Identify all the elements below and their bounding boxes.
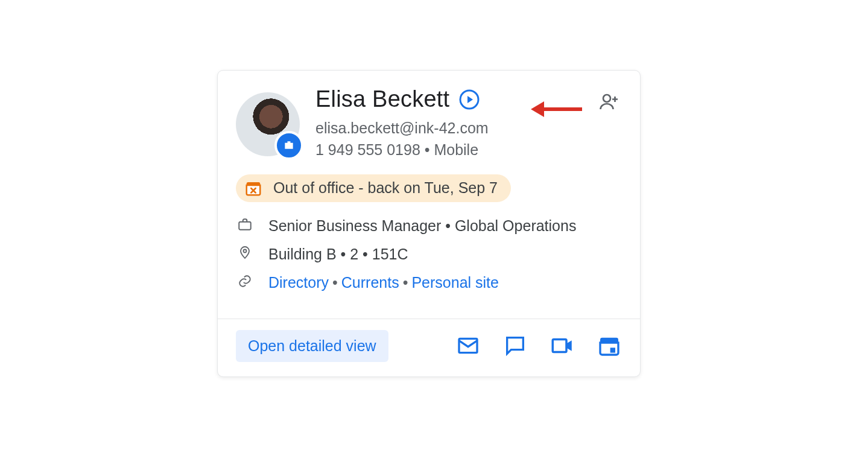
person-phone[interactable]: 1 949 555 0198 • Mobile bbox=[315, 139, 622, 160]
chat-icon bbox=[503, 334, 527, 358]
pronounce-name-button[interactable] bbox=[458, 88, 481, 111]
calendar-icon bbox=[597, 334, 621, 358]
send-email-button[interactable] bbox=[455, 333, 481, 358]
job-text: Senior Business Manager • Global Operati… bbox=[268, 215, 622, 237]
link-directory[interactable]: Directory bbox=[268, 274, 329, 291]
svg-rect-4 bbox=[239, 221, 251, 229]
svg-rect-8 bbox=[610, 348, 615, 352]
video-icon bbox=[550, 332, 575, 359]
add-contact-button[interactable] bbox=[595, 89, 622, 115]
footer-actions bbox=[455, 333, 622, 358]
contact-card: Elisa Beckett elisa.beckett@ink-42.com 1… bbox=[217, 70, 641, 377]
link-icon bbox=[236, 272, 254, 289]
play-circle-icon bbox=[458, 89, 480, 110]
link-currents[interactable]: Currents bbox=[341, 274, 399, 291]
location-row: Building B • 2 • 151C bbox=[236, 244, 622, 265]
location-text: Building B • 2 • 151C bbox=[268, 244, 622, 265]
person-email[interactable]: elisa.beckett@ink-42.com bbox=[315, 117, 622, 139]
job-row: Senior Business Manager • Global Operati… bbox=[236, 215, 622, 237]
person-name: Elisa Beckett bbox=[315, 86, 449, 112]
calendar-x-icon bbox=[244, 179, 262, 197]
start-video-button[interactable] bbox=[550, 333, 575, 358]
mail-icon bbox=[456, 334, 480, 358]
svg-rect-7 bbox=[553, 340, 566, 352]
open-detailed-view-button[interactable]: Open detailed view bbox=[236, 330, 388, 362]
send-chat-button[interactable] bbox=[502, 333, 528, 358]
status-pill: Out of office - back on Tue, Sep 7 bbox=[236, 174, 511, 202]
schedule-event-button[interactable] bbox=[597, 333, 622, 358]
location-pin-icon bbox=[236, 244, 254, 259]
briefcase-icon bbox=[283, 139, 295, 151]
link-personal[interactable]: Personal site bbox=[411, 274, 499, 291]
avatar bbox=[236, 92, 300, 156]
status-text: Out of office - back on Tue, Sep 7 bbox=[273, 179, 498, 197]
avatar-badge bbox=[274, 131, 303, 160]
add-person-icon bbox=[598, 91, 619, 113]
briefcase-outline-icon bbox=[236, 215, 254, 232]
links-row: Directory•Currents•Personal site bbox=[236, 272, 622, 293]
svg-point-0 bbox=[603, 95, 610, 102]
svg-point-5 bbox=[244, 249, 247, 252]
